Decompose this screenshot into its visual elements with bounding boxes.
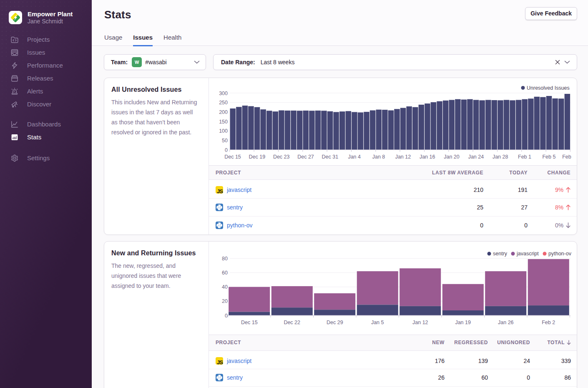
svg-text:300: 300 bbox=[219, 91, 228, 96]
svg-text:Feb 1: Feb 1 bbox=[518, 154, 531, 160]
svg-text:Jan 28: Jan 28 bbox=[493, 154, 508, 160]
svg-text:javascript: javascript bbox=[516, 251, 539, 257]
svg-text:Dec 23: Dec 23 bbox=[273, 154, 290, 160]
svg-text:Feb 2: Feb 2 bbox=[542, 320, 555, 325]
svg-text:Dec 22: Dec 22 bbox=[284, 320, 300, 325]
svg-text:Feb 5: Feb 5 bbox=[542, 154, 555, 160]
svg-text:50: 50 bbox=[222, 138, 228, 144]
svg-text:100: 100 bbox=[219, 128, 228, 134]
svg-text:sentry: sentry bbox=[493, 251, 508, 257]
svg-text:150: 150 bbox=[219, 119, 228, 125]
svg-text:Jan 24: Jan 24 bbox=[468, 154, 484, 160]
svg-text:0: 0 bbox=[225, 147, 228, 153]
svg-text:Dec 19: Dec 19 bbox=[249, 154, 266, 160]
svg-text:Jan 12: Jan 12 bbox=[412, 320, 428, 325]
svg-text:Dec 15: Dec 15 bbox=[224, 154, 241, 160]
svg-text:Feb: Feb bbox=[562, 154, 571, 160]
svg-text:40: 40 bbox=[222, 284, 228, 290]
svg-text:Unresolved Issues: Unresolved Issues bbox=[527, 85, 570, 91]
svg-text:Dec 31: Dec 31 bbox=[322, 154, 339, 160]
svg-text:Jan 8: Jan 8 bbox=[372, 154, 385, 160]
svg-text:Dec 27: Dec 27 bbox=[297, 154, 314, 160]
svg-text:20: 20 bbox=[222, 298, 228, 304]
svg-text:python-ov: python-ov bbox=[548, 251, 572, 257]
svg-text:0: 0 bbox=[225, 312, 228, 318]
svg-text:Jan 20: Jan 20 bbox=[444, 154, 460, 160]
svg-text:200: 200 bbox=[219, 109, 228, 115]
svg-text:Dec 15: Dec 15 bbox=[241, 320, 258, 325]
svg-text:Jan 5: Jan 5 bbox=[371, 320, 384, 325]
svg-text:Jan 4: Jan 4 bbox=[348, 154, 361, 160]
svg-text:Jan 19: Jan 19 bbox=[455, 320, 471, 325]
svg-text:Jan 12: Jan 12 bbox=[395, 154, 411, 160]
svg-text:60: 60 bbox=[222, 270, 228, 276]
svg-text:Jan 16: Jan 16 bbox=[420, 154, 435, 160]
svg-text:Dec 29: Dec 29 bbox=[327, 320, 343, 325]
svg-text:Jan 26: Jan 26 bbox=[498, 320, 514, 325]
svg-text:250: 250 bbox=[219, 100, 228, 106]
svg-text:80: 80 bbox=[222, 255, 228, 261]
